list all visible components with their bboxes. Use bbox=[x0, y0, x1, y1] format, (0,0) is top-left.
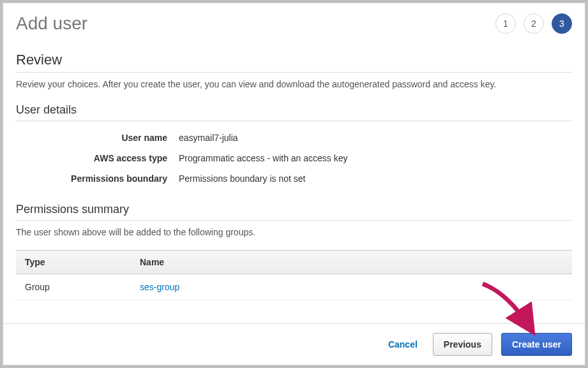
step-1[interactable]: 1 bbox=[495, 13, 516, 34]
wizard-footer: Cancel Previous Create user bbox=[3, 323, 585, 365]
content-area: Add user 1 2 3 Review Review your choice… bbox=[3, 3, 585, 323]
detail-row-access-type: AWS access type Programmatic access - wi… bbox=[16, 148, 572, 168]
review-description: Review your choices. After you create th… bbox=[16, 79, 572, 89]
value-username: easymail7-julia bbox=[179, 133, 238, 143]
user-details-list: User name easymail7-julia AWS access typ… bbox=[16, 128, 572, 189]
table-header-row: Type Name bbox=[16, 251, 572, 274]
cancel-button[interactable]: Cancel bbox=[382, 334, 424, 355]
step-2[interactable]: 2 bbox=[524, 13, 544, 34]
user-details-heading: User details bbox=[16, 103, 572, 121]
review-heading: Review bbox=[16, 52, 572, 73]
label-username: User name bbox=[16, 133, 179, 143]
col-type: Type bbox=[16, 251, 131, 274]
cell-type: Group bbox=[16, 274, 131, 300]
col-name: Name bbox=[131, 251, 572, 274]
permissions-table: Type Name Group ses-group bbox=[16, 250, 572, 300]
table-row: Group ses-group bbox=[16, 274, 572, 300]
previous-button[interactable]: Previous bbox=[433, 333, 492, 356]
page-title: Add user bbox=[16, 13, 87, 34]
detail-row-username: User name easymail7-julia bbox=[16, 128, 572, 148]
detail-row-permissions-boundary: Permissions boundary Permissions boundar… bbox=[16, 168, 572, 189]
permissions-summary-description: The user shown above will be added to th… bbox=[16, 227, 572, 237]
add-user-wizard: Add user 1 2 3 Review Review your choice… bbox=[3, 3, 585, 365]
create-user-button[interactable]: Create user bbox=[501, 333, 572, 356]
value-access-type: Programmatic access - with an access key bbox=[179, 153, 348, 163]
step-3[interactable]: 3 bbox=[552, 13, 572, 34]
label-permissions-boundary: Permissions boundary bbox=[16, 173, 179, 184]
value-permissions-boundary: Permissions boundary is not set bbox=[179, 173, 305, 184]
label-access-type: AWS access type bbox=[16, 153, 179, 163]
header-row: Add user 1 2 3 bbox=[16, 13, 572, 34]
cell-name-link[interactable]: ses-group bbox=[131, 274, 572, 300]
permissions-summary-heading: Permissions summary bbox=[16, 203, 572, 221]
step-indicator: 1 2 3 bbox=[495, 13, 572, 34]
